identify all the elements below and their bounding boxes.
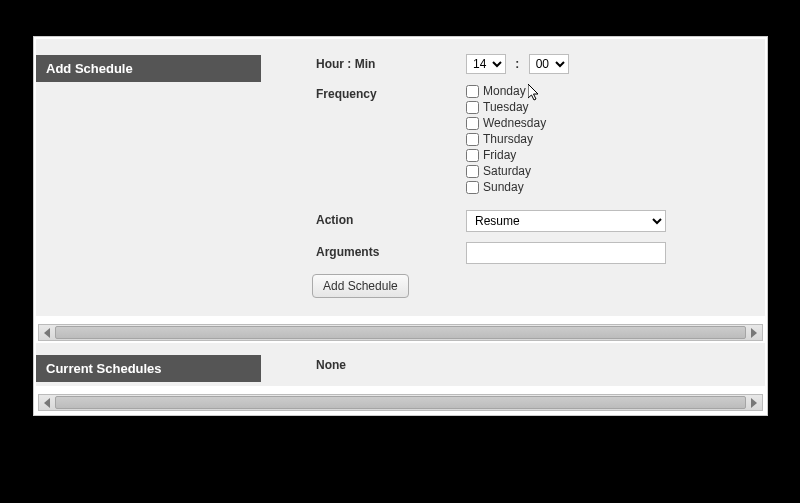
arguments-input[interactable] xyxy=(466,242,666,264)
day-checkbox-tuesday[interactable] xyxy=(466,101,479,114)
row-hour-min: Hour : Min 14 : 00 xyxy=(316,54,765,74)
current-schedules-body: None xyxy=(316,358,765,372)
current-schedules-section: Current Schedules None xyxy=(36,343,765,386)
day-label-saturday: Saturday xyxy=(483,164,531,178)
hour-select[interactable]: 14 xyxy=(466,54,506,74)
row-action: Action Resume xyxy=(316,210,765,232)
add-schedule-header: Add Schedule xyxy=(36,55,261,82)
minute-select[interactable]: 00 xyxy=(529,54,569,74)
field-hour-min: 14 : 00 xyxy=(466,54,765,74)
label-frequency: Frequency xyxy=(316,84,466,101)
page-container: Add Schedule Hour : Min 14 : 00 Frequenc… xyxy=(33,36,768,416)
day-label-monday: Monday xyxy=(483,84,526,98)
day-label-sunday: Sunday xyxy=(483,180,524,194)
label-arguments: Arguments xyxy=(316,242,466,259)
day-row-saturday: Saturday xyxy=(466,164,765,178)
time-colon: : xyxy=(515,57,519,71)
field-arguments xyxy=(466,242,765,264)
day-checkbox-monday[interactable] xyxy=(466,85,479,98)
day-label-friday: Friday xyxy=(483,148,516,162)
day-row-tuesday: Tuesday xyxy=(466,100,765,114)
day-checkbox-sunday[interactable] xyxy=(466,181,479,194)
row-frequency: Frequency MondayTuesdayWednesdayThursday… xyxy=(316,84,765,196)
day-row-monday: Monday xyxy=(466,84,765,98)
horizontal-scrollbar-2[interactable] xyxy=(38,394,763,411)
day-row-sunday: Sunday xyxy=(466,180,765,194)
row-arguments: Arguments xyxy=(316,242,765,264)
add-schedule-form: Hour : Min 14 : 00 Frequency MondayTuesd… xyxy=(316,54,765,298)
day-checkbox-thursday[interactable] xyxy=(466,133,479,146)
field-frequency: MondayTuesdayWednesdayThursdayFridaySatu… xyxy=(466,84,765,196)
add-schedule-button[interactable]: Add Schedule xyxy=(312,274,409,298)
action-select[interactable]: Resume xyxy=(466,210,666,232)
day-row-wednesday: Wednesday xyxy=(466,116,765,130)
day-checkbox-friday[interactable] xyxy=(466,149,479,162)
day-label-thursday: Thursday xyxy=(483,132,533,146)
day-checkbox-saturday[interactable] xyxy=(466,165,479,178)
add-schedule-section: Add Schedule Hour : Min 14 : 00 Frequenc… xyxy=(36,39,765,316)
no-schedules-text: None xyxy=(316,358,346,372)
row-submit: Add Schedule xyxy=(312,274,765,298)
day-checkbox-wednesday[interactable] xyxy=(466,117,479,130)
day-label-tuesday: Tuesday xyxy=(483,100,529,114)
horizontal-scrollbar-1[interactable] xyxy=(38,324,763,341)
day-row-friday: Friday xyxy=(466,148,765,162)
field-action: Resume xyxy=(466,210,765,232)
day-label-wednesday: Wednesday xyxy=(483,116,546,130)
label-hour-min: Hour : Min xyxy=(316,54,466,71)
label-action: Action xyxy=(316,210,466,227)
day-row-thursday: Thursday xyxy=(466,132,765,146)
current-schedules-header: Current Schedules xyxy=(36,355,261,382)
